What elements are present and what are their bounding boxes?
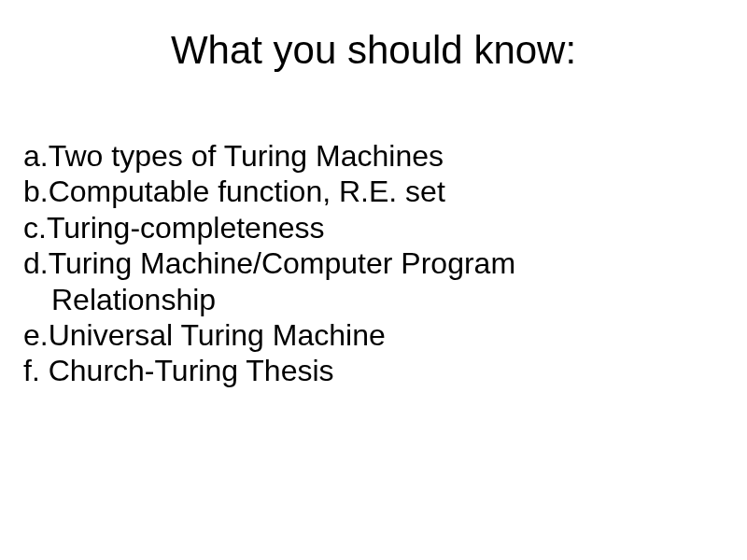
item-marker: d. <box>23 246 49 280</box>
list-item: Relationship <box>23 282 724 317</box>
item-text: Two types of Turing Machines <box>49 139 444 173</box>
list-item: d.Turing Machine/Computer Program <box>23 245 724 281</box>
list-item: c.Turing-completeness <box>23 210 724 245</box>
item-text: Turing-completeness <box>47 211 325 245</box>
item-marker: b. <box>23 175 49 208</box>
slide: What you should know: a.Two types of Tur… <box>0 0 747 560</box>
item-text: Universal Turing Machine <box>49 318 386 352</box>
item-text: Relationship <box>51 283 216 316</box>
item-marker: e. <box>23 318 49 352</box>
item-text: Turing Machine/Computer Program <box>49 246 515 280</box>
item-text: Computable function, R.E. set <box>49 175 445 208</box>
list-item: e.Universal Turing Machine <box>23 317 724 353</box>
item-marker: f. <box>23 354 40 387</box>
list-item: f. Church-Turing Thesis <box>23 353 724 388</box>
list-item: b.Computable function, R.E. set <box>23 174 724 209</box>
item-marker: a. <box>23 139 49 173</box>
topic-list: a.Two types of Turing Machines b.Computa… <box>23 138 724 389</box>
slide-title: What you should know: <box>23 28 724 73</box>
list-item: a.Two types of Turing Machines <box>23 138 724 174</box>
item-text: Church-Turing Thesis <box>40 354 334 387</box>
item-marker: c. <box>23 211 47 245</box>
